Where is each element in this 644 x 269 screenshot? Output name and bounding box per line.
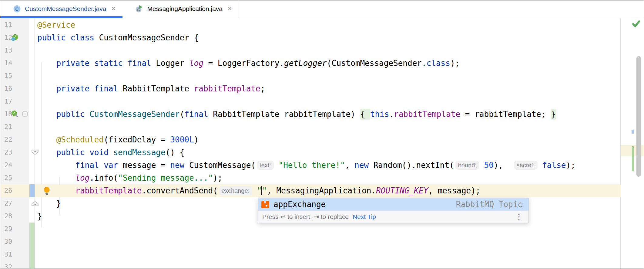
code-line: 16 private final RabbitTemplate rabbitTe…	[0, 82, 621, 95]
inspections-ok-check-icon[interactable]	[632, 19, 641, 29]
close-icon[interactable]: ✕	[111, 6, 116, 12]
added-line-marker	[29, 261, 35, 268]
inlay-parameter-hint: text:	[257, 161, 274, 170]
fold-marker-icon[interactable]	[31, 201, 39, 207]
code-text[interactable]: }	[37, 210, 42, 223]
code-text[interactable]: public class CustomMessageSender {	[37, 31, 199, 44]
tab-label: MessagingApplication.java	[147, 5, 223, 12]
line-number: 31	[0, 248, 19, 261]
inlay-parameter-hint: exchange:	[219, 186, 252, 195]
line-number: 14	[0, 57, 19, 70]
code-line: 15	[0, 70, 621, 82]
tab-messagingapplication[interactable]: C MessagingApplication.java ✕	[122, 1, 239, 18]
code-text[interactable]: private final RabbitTemplate rabbitTempl…	[37, 82, 265, 95]
code-line: 17	[0, 95, 621, 108]
code-line: 24 final var message = new CustomMessage…	[0, 159, 621, 172]
code-line: 25 log.info("Sending message...");	[0, 172, 621, 184]
java-class-icon: C	[13, 5, 21, 13]
code-line: 26 rabbitTemplate.convertAndSend(exchang…	[0, 184, 621, 197]
more-options-icon[interactable]: ⋮	[515, 213, 523, 221]
text-caret	[261, 186, 262, 195]
code-line: 13	[0, 44, 621, 57]
line-number: 28	[0, 210, 19, 223]
code-text[interactable]: @Service	[37, 19, 75, 31]
line-number: 21	[0, 121, 19, 133]
svg-text:C: C	[15, 6, 19, 12]
error-stripe	[620, 18, 644, 268]
runnable-java-class-icon: C	[135, 5, 143, 13]
stripe-changed-mark[interactable]	[632, 130, 634, 134]
completion-hint-text: Press ↵ to insert, ⇥ to replace	[262, 213, 349, 220]
code-text[interactable]: log.info("Sending message...");	[37, 172, 223, 184]
code-text[interactable]: private static final Logger log = Logger…	[37, 57, 460, 70]
code-lines: 11@Service12cpublic class CustomMessageS…	[0, 19, 621, 268]
completion-item-appexchange[interactable]: appExchange RabbitMQ Topic	[258, 198, 528, 210]
next-tip-link[interactable]: Next Tip	[353, 213, 376, 220]
scrollbar-thumb[interactable]	[636, 56, 641, 177]
line-number: 16	[0, 82, 19, 95]
line-number: 26	[0, 184, 19, 197]
editor-tab-bar: C CustomMessageSender.java ✕ C Messaging…	[0, 1, 644, 18]
line-number: 30	[0, 235, 19, 248]
gutter-separator	[35, 18, 35, 268]
inlay-parameter-hint: secret:	[514, 161, 538, 170]
code-text[interactable]: rabbitTemplate.convertAndSend(exchange: …	[37, 184, 481, 197]
tab-custommessagesender[interactable]: C CustomMessageSender.java ✕	[0, 1, 122, 18]
code-line: 12cpublic class CustomMessageSender {	[0, 31, 621, 44]
code-line: 21	[0, 121, 621, 133]
inlay-parameter-hint: bound:	[455, 161, 479, 170]
line-number: 27	[0, 197, 19, 210]
line-number: 15	[0, 70, 19, 82]
code-text[interactable]: public void sendMessage() {	[37, 146, 184, 159]
code-text[interactable]: }	[37, 197, 61, 210]
line-number: 13	[0, 44, 19, 57]
ide-window: C CustomMessageSender.java ✕ C Messaging…	[0, 0, 644, 269]
code-text[interactable]: @Scheduled(fixedDelay = 3000L)	[37, 133, 199, 146]
tab-label: CustomMessageSender.java	[25, 5, 106, 12]
line-number: 23	[0, 146, 19, 159]
line-number: 22	[0, 133, 19, 146]
stripe-added-mark[interactable]	[632, 146, 634, 171]
line-number: 24	[0, 159, 19, 172]
close-icon[interactable]: ✕	[227, 6, 232, 12]
code-text[interactable]: public CustomMessageSender(final RabbitT…	[37, 108, 556, 121]
completion-footer: Press ↵ to insert, ⇥ to replace Next Tip…	[258, 210, 528, 223]
completion-item-type: RabbitMQ Topic	[456, 200, 522, 209]
line-number: 32	[0, 261, 19, 268]
line-number: 11	[0, 19, 19, 31]
code-line: 30	[0, 235, 621, 248]
code-line: 32	[0, 261, 621, 268]
added-line-marker	[29, 223, 35, 235]
line-number: 25	[0, 172, 19, 184]
code-text[interactable]: final var message = new CustomMessage(te…	[37, 159, 575, 172]
rabbitmq-icon	[261, 200, 269, 209]
code-line: 11@Service	[0, 19, 621, 31]
code-line: 18 public CustomMessageSender(final Rabb…	[0, 108, 621, 121]
completion-popup: appExchange RabbitMQ Topic Press ↵ to in…	[258, 198, 529, 223]
added-line-marker	[29, 248, 35, 261]
spring-bean-icon[interactable]: c	[11, 34, 19, 42]
code-line: 23 public void sendMessage() {	[0, 146, 621, 159]
changed-line-marker	[29, 184, 35, 197]
code-line: 29	[0, 223, 621, 235]
fold-marker-icon[interactable]	[31, 150, 39, 156]
code-line: 22 @Scheduled(fixedDelay = 3000L)	[0, 133, 621, 146]
intention-lightbulb-icon[interactable]	[43, 186, 51, 196]
completion-item-label: appExchange	[273, 200, 326, 209]
svg-text:c: c	[12, 38, 14, 41]
fold-marker-icon[interactable]	[22, 111, 28, 118]
code-line: 14 private static final Logger log = Log…	[0, 57, 621, 70]
line-number: 29	[0, 223, 19, 235]
code-line: 31	[0, 248, 621, 261]
added-line-marker	[29, 235, 35, 248]
spring-bean-dep-icon[interactable]	[11, 110, 19, 118]
line-number: 17	[0, 95, 19, 108]
code-editor[interactable]: 11@Service12cpublic class CustomMessageS…	[0, 18, 621, 268]
